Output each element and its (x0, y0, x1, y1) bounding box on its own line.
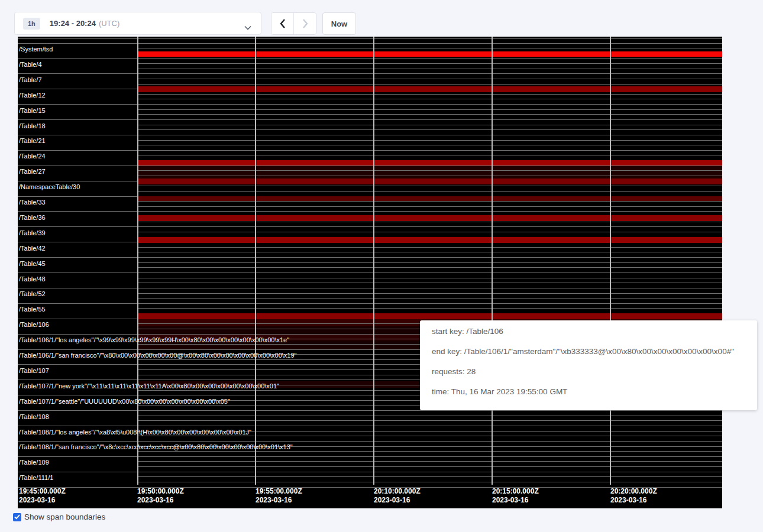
span-boundary-line (137, 232, 722, 232)
span-boundary-line (137, 420, 722, 421)
heat-band (493, 160, 610, 166)
span-boundary-line (137, 247, 722, 248)
span-boundary-line (137, 451, 722, 452)
span-boundary-line (137, 140, 722, 141)
heat-band (493, 86, 610, 92)
span-boundary-line (137, 436, 722, 436)
span-boundary-line (137, 99, 722, 99)
heat-band (611, 196, 722, 202)
row-label: /Table/21 (19, 137, 46, 144)
span-boundary-line (137, 170, 722, 171)
show-span-boundaries-checkbox[interactable] (13, 513, 21, 521)
span-boundary-line (137, 191, 722, 192)
span-boundary-line (137, 308, 722, 309)
span-boundary-line (18, 211, 722, 212)
row-label: /Table/4 (19, 61, 42, 68)
row-label: /Table/108/1/"san francisco"/"\x8c\xcc\x… (19, 443, 293, 450)
span-boundary-line (137, 176, 722, 176)
span-boundary-line (137, 222, 722, 222)
row-label: /Table/18 (19, 122, 46, 129)
span-boundary-line (18, 135, 722, 135)
span-boundary-line (18, 38, 722, 39)
span-boundary-line (18, 441, 722, 442)
prev-time-button[interactable] (271, 13, 294, 34)
span-boundary-line (137, 79, 722, 79)
next-time-button[interactable] (294, 13, 316, 34)
keyvis-heatmap-canvas[interactable]: start key: /Table/106 end key: /Table/10… (18, 37, 722, 508)
row-label: /Table/39 (19, 229, 46, 236)
span-boundary-line (137, 48, 722, 48)
heat-band (374, 51, 492, 57)
time-gridline (137, 37, 138, 485)
heat-band (256, 313, 373, 319)
row-label: /Table/107/1/"new york"/"\x11\x11\x11\x1… (19, 382, 279, 390)
span-boundary-line (18, 273, 722, 273)
heat-band (374, 160, 492, 166)
span-boundary-line (137, 252, 722, 252)
heat-band (138, 215, 255, 221)
time-gridline (610, 37, 611, 485)
row-label: /Table/111/1 (19, 474, 53, 481)
span-boundary-line (137, 466, 722, 467)
heat-band (138, 313, 255, 319)
span-boundary-line (18, 303, 722, 304)
heat-band (493, 313, 610, 319)
heat-band (374, 196, 492, 202)
span-boundary-line (137, 293, 722, 294)
row-label: /Table/7 (19, 76, 42, 83)
heat-band (138, 237, 255, 243)
axis-time-label: 20:15:00.000Z (492, 487, 539, 496)
span-boundary-line (137, 145, 722, 145)
heat-band (493, 51, 610, 57)
heat-band (374, 313, 492, 319)
row-label: /Table/45 (19, 260, 46, 267)
heat-band (256, 215, 373, 221)
span-boundary-line (137, 416, 722, 416)
row-label: /Table/107 (19, 367, 49, 374)
axis-time-label: 20:20:00.000Z (610, 487, 657, 496)
heat-band (256, 237, 373, 243)
row-label: /Table/106 (19, 321, 49, 328)
span-boundary-line (137, 94, 722, 95)
row-label: /Table/107/1/"seattle"/"UUUUUUD\x00\x80\… (19, 398, 230, 405)
heat-band (611, 51, 722, 57)
row-label: /Table/48 (19, 275, 46, 283)
heat-band (138, 196, 255, 202)
span-boundary-line (18, 58, 722, 59)
span-boundary-line (18, 410, 722, 411)
span-boundary-line (18, 104, 722, 105)
heat-band (611, 215, 722, 221)
row-label: /Table/106/1/"san francisco"/"\x80\x00\x… (19, 352, 297, 359)
span-boundary-line (137, 69, 722, 69)
span-boundary-line (18, 166, 722, 166)
axis-date-label: 2023-03-16 (374, 496, 410, 505)
row-label: /Table/108/1/"los angeles"/"\xa8\xf5\u00… (19, 429, 251, 436)
chevron-left-icon (280, 19, 286, 28)
show-span-boundaries-control[interactable]: Show span boundaries (13, 512, 105, 521)
time-range-select[interactable]: 1h 19:24 - 20:24 (UTC) (14, 12, 261, 35)
row-label: /Table/42 (19, 245, 46, 252)
span-boundary-line (137, 84, 722, 85)
span-boundary-line (18, 226, 722, 227)
row-label: /NamespaceTable/30 (19, 183, 80, 190)
time-nav-group (271, 12, 316, 35)
span-boundary-line (137, 63, 722, 64)
span-boundary-line (18, 257, 722, 258)
heat-band (611, 86, 722, 92)
row-label: /System/tsd (19, 46, 53, 53)
now-button[interactable]: Now (322, 12, 356, 35)
time-gridline (492, 37, 493, 485)
span-boundary-line (137, 125, 722, 125)
span-boundary-line (137, 186, 722, 186)
heat-band (374, 86, 492, 92)
time-gridline (255, 37, 256, 485)
heat-band (256, 179, 373, 184)
span-boundary-line (137, 482, 722, 482)
axis-date-label: 2023-03-16 (256, 496, 292, 505)
heat-band (138, 160, 255, 166)
heat-band (493, 215, 610, 221)
tooltip-end-key: end key: /Table/106/1/"amsterdam"/"\xb33… (432, 342, 745, 362)
checkmark-icon (14, 514, 20, 520)
chevron-down-icon (244, 22, 251, 33)
span-boundary-line (18, 73, 722, 74)
